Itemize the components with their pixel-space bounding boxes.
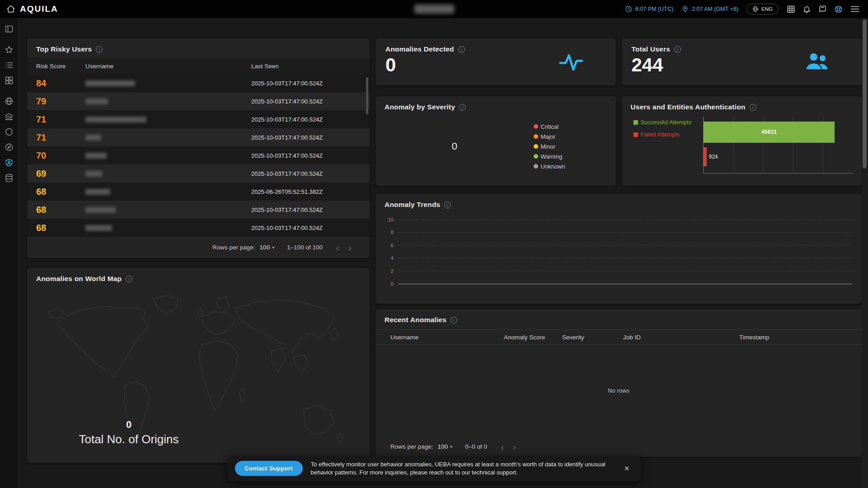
local-time-chip: 2:07 AM (GMT +8) [681,5,738,13]
prev-page-button[interactable]: ‹ [496,441,508,452]
card-head: Users and Entities Authentication i [622,96,862,111]
recent-anomalies-header: UsernameAnomaly ScoreSeverityJob IDTimes… [375,329,862,345]
dashboard-grid-icon[interactable] [5,76,14,85]
rows-per-page-select[interactable]: 100 ▾ [260,244,275,251]
legend-item[interactable]: Successful Attempts [633,119,699,126]
legend-item[interactable]: Critical [534,123,601,130]
legend-label: Failed Attempts [641,131,680,138]
origins-count: 0 [52,419,206,431]
globe-nav-icon[interactable] [5,97,14,106]
language-selector[interactable]: ENG [746,4,779,14]
rows-per-page-select[interactable]: 100 ▾ [438,443,453,450]
legend-swatch [633,120,638,125]
column-header: Last Seen [251,63,370,70]
documentation-icon[interactable] [818,5,827,14]
last-seen: 2025-10-03T17:47:00.524Z [251,206,370,213]
stat-row: Anomalies Detected i 0 Total Users i 244 [375,38,862,85]
legend-swatch [633,132,638,137]
info-icon[interactable]: i [459,104,466,111]
globe-icon [752,6,759,12]
legend-item[interactable]: Unknown [534,163,601,170]
notifications-icon[interactable] [802,5,811,14]
database-icon[interactable] [5,174,14,183]
risk-score: 69 [36,169,85,179]
legend-label: Warning [541,153,563,160]
y-tick-label: 2 [384,268,394,274]
info-icon[interactable]: i [444,202,451,208]
risky-user-row[interactable]: 842025-10-03T17:47:00.524Z [27,74,370,92]
gridline: 2 [384,268,852,274]
risk-score: 68 [36,187,85,197]
column-header: Severity [562,334,623,341]
contact-support-button[interactable]: Contact Support [235,461,303,476]
risk-score: 71 [36,114,85,125]
column-header: Risk Score [36,63,85,70]
app-logo: AQUILA [20,4,58,14]
total-users-card: Total Users i 244 [622,38,862,85]
risky-user-row[interactable]: 712025-10-03T17:47:00.524Z [27,128,370,146]
info-icon[interactable]: i [126,276,132,282]
risky-users-header: Risk ScoreUsernameLast Seen [27,58,370,74]
star-icon[interactable] [5,45,14,54]
info-icon[interactable]: i [96,46,103,53]
user-shield-icon[interactable] [5,158,14,167]
navbar-left: AQUILA [6,4,58,14]
navbar-right: 6:07 PM (UTC) 2:07 AM (GMT +8) ENG [625,4,860,14]
home-icon[interactable] [6,5,15,14]
shield-icon[interactable] [5,127,14,136]
legend-label: Unknown [541,163,565,170]
page-scrollbar[interactable] [862,18,868,488]
next-page-button[interactable]: › [344,242,356,253]
legend-item[interactable]: Failed Attempts [633,131,699,138]
scrollbar-thumb[interactable] [863,19,867,169]
legend-label: Critical [541,123,559,130]
risky-user-row[interactable]: 792025-10-03T17:47:00.524Z [27,92,370,110]
info-icon[interactable]: i [674,46,681,53]
pagination-range: 0–0 of 0 [465,443,487,450]
risky-user-row[interactable]: 692025-10-03T17:47:00.524Z [27,164,370,183]
next-page-button[interactable]: › [508,441,521,452]
left-column: Top Risky Users i Risk ScoreUsernameLast… [27,38,370,463]
compass-icon[interactable] [5,143,14,152]
risk-score: 68 [36,205,85,215]
risky-user-row[interactable]: 712025-10-03T17:47:00.524Z [27,110,370,128]
navbar-icon-cluster [787,4,860,14]
apps-grid-icon[interactable] [787,5,795,14]
right-column: Anomalies Detected i 0 Total Users i 244… [375,38,862,457]
menu-icon[interactable] [850,4,860,14]
redacted-username [85,135,101,141]
gridline: 10 [384,217,852,222]
severity-body: 0 CriticalMajorMinorWarningUnknown [375,111,616,182]
info-icon[interactable]: i [458,46,465,53]
risky-user-row[interactable]: 682025-10-03T17:47:00.524Z [27,219,370,237]
risky-user-row[interactable]: 682025-10-03T17:47:00.524Z [27,201,370,219]
auth-body: Successful AttemptsFailed Attempts 45611… [622,111,862,182]
card-title: Top Risky Users [36,45,92,53]
prev-page-button[interactable]: ‹ [332,242,344,253]
rows-per-page-label: Rows per page: [212,244,255,251]
local-time-text: 2:07 AM (GMT +8) [692,6,738,12]
legend-item[interactable]: Warning [534,153,601,160]
card-title: Anomalies Detected [385,45,454,53]
pulse-icon [556,49,586,75]
panel-icon[interactable] [5,24,14,33]
redacted-username [85,80,135,86]
risky-user-row[interactable]: 702025-10-03T17:47:00.524Z [27,146,370,164]
list-icon[interactable] [5,61,14,70]
info-icon[interactable]: i [450,317,457,324]
top-risky-users-card: Top Risky Users i Risk ScoreUsernameLast… [27,38,370,258]
info-icon[interactable]: i [750,104,756,111]
column-header: Job ID [623,334,739,341]
rows-per-page-label: Rows per page: [390,443,433,450]
y-tick-label: 4 [384,255,394,261]
table-scrollbar[interactable] [366,77,368,114]
legend-item[interactable]: Minor [534,143,601,150]
column-header: Timestamp [739,334,853,341]
risky-user-row[interactable]: 682025-06-26T05:52:51.382Z [27,183,370,201]
bank-icon[interactable] [5,112,14,121]
language-label: ENG [761,6,773,12]
support-icon[interactable] [834,5,843,14]
y-tick-label: 6 [384,243,394,248]
legend-item[interactable]: Major [534,133,601,140]
close-icon[interactable]: ✕ [620,463,633,474]
